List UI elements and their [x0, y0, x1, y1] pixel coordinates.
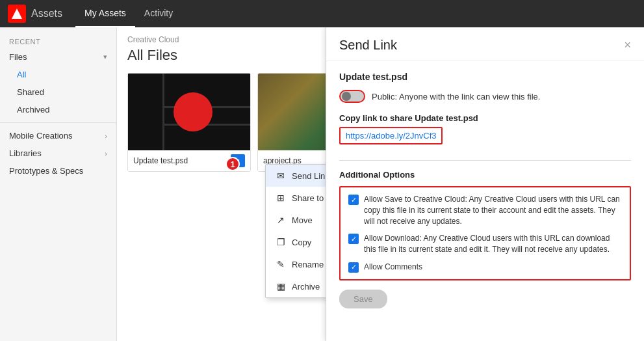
- ctx-archive-label: Archive: [292, 282, 320, 292]
- option-row-allow-download: ✓ Allow Download: Any Creative Cloud use…: [348, 233, 622, 255]
- chevron-right-icon-2: ›: [105, 150, 107, 157]
- toggle-label: Public: Anyone with the link can view th…: [372, 92, 540, 102]
- archive-icon: ▦: [275, 280, 287, 292]
- sidebar-all-label: All: [17, 70, 26, 79]
- copy-icon: ❐: [275, 236, 287, 248]
- allow-download-checkbox[interactable]: ✓: [348, 234, 359, 244]
- thumb-left-bar: [128, 74, 164, 150]
- thumb-art-1: [128, 74, 250, 150]
- sidebar-divider: [0, 122, 116, 123]
- sidebar-item-mobile-creations[interactable]: Mobile Creations ›: [0, 127, 116, 144]
- panel-subtitle: Update test.psd: [339, 72, 631, 82]
- file-card-1[interactable]: Update test.psd 1 ▾: [127, 73, 251, 172]
- adobe-logo: [8, 5, 26, 23]
- additional-options-label: Additional Options: [339, 170, 631, 180]
- panel-title: Send Link: [339, 38, 397, 53]
- main-area: Recent Files ▾ All Shared Archived Mobil…: [0, 27, 644, 341]
- libraries-label: Libraries: [9, 148, 42, 158]
- sidebar: Recent Files ▾ All Shared Archived Mobil…: [0, 27, 117, 341]
- nav-tabs: My Assets Activity: [75, 0, 182, 27]
- copy-link-url[interactable]: https://adobe.ly/2JnvCf3: [339, 127, 443, 144]
- send-link-icon: ✉: [275, 170, 287, 182]
- tab-activity[interactable]: Activity: [135, 0, 182, 27]
- tab-my-assets[interactable]: My Assets: [75, 0, 135, 27]
- thumb-red-circle: [174, 92, 213, 131]
- sidebar-item-libraries[interactable]: Libraries ›: [0, 144, 116, 162]
- toggle-row: Public: Anyone with the link can view th…: [339, 90, 631, 103]
- chevron-right-icon: ›: [105, 132, 107, 140]
- ctx-send-link-label: Send Link: [292, 171, 329, 181]
- toggle-knob: [342, 92, 351, 101]
- options-box: ✓ Allow Save to Creative Cloud: Any Crea…: [339, 186, 631, 280]
- top-nav: Assets My Assets Activity: [0, 0, 644, 27]
- sidebar-archived-label: Archived: [17, 105, 50, 115]
- allow-comments-checkbox[interactable]: ✓: [348, 262, 359, 273]
- move-icon: ↗: [275, 214, 287, 226]
- rename-icon: ✎: [275, 258, 287, 270]
- file-thumb-1: [128, 74, 250, 150]
- sidebar-shared-label: Shared: [17, 87, 44, 97]
- public-toggle[interactable]: [339, 90, 365, 103]
- app-title: Assets: [31, 8, 62, 20]
- ctx-copy-label: Copy: [292, 238, 311, 247]
- mobile-creations-label: Mobile Creations: [9, 131, 73, 141]
- panel-header: Send Link ×: [326, 27, 644, 61]
- ctx-rename-label: Rename: [292, 260, 324, 269]
- copy-link-label: Copy link to share Update test.psd: [339, 113, 631, 123]
- sidebar-item-prototypes-specs[interactable]: Prototypes & Specs: [0, 162, 116, 180]
- allow-comments-text: Allow Comments: [364, 262, 422, 273]
- prototypes-specs-label: Prototypes & Specs: [9, 166, 83, 176]
- allow-save-text: Allow Save to Creative Cloud: Any Creati…: [364, 194, 622, 226]
- send-link-panel: Send Link × Update test.psd Public: Anyo…: [326, 27, 644, 341]
- ctx-move-label: Move: [292, 215, 313, 225]
- panel-close-button[interactable]: ×: [624, 38, 631, 52]
- badge-circle-1: 1: [225, 157, 240, 171]
- file-menu-container-1: 1 ▾: [231, 154, 245, 167]
- sidebar-item-shared[interactable]: Shared: [0, 83, 116, 101]
- sidebar-item-archived[interactable]: Archived: [0, 101, 116, 118]
- allow-download-text: Allow Download: Any Creative Cloud users…: [364, 233, 622, 255]
- sidebar-item-files[interactable]: Files ▾: [0, 48, 116, 66]
- option-row-allow-comments: ✓ Allow Comments: [348, 262, 622, 273]
- file-browser: Creative Cloud All Files Update test.psd: [117, 27, 644, 341]
- chevron-down-icon: ▾: [103, 53, 107, 61]
- sidebar-recent-label: Recent: [0, 35, 116, 48]
- share-slack-icon: ⊞: [275, 192, 287, 204]
- sidebar-item-all[interactable]: All: [0, 66, 116, 83]
- file-label-1: Update test.psd 1 ▾: [128, 150, 250, 171]
- allow-save-checkbox[interactable]: ✓: [348, 195, 359, 205]
- save-button[interactable]: Save: [339, 290, 387, 308]
- panel-body: Update test.psd Public: Anyone with the …: [326, 61, 644, 319]
- panel-divider: [339, 160, 631, 161]
- sidebar-files-label: Files: [9, 52, 27, 62]
- svg-marker-0: [12, 8, 22, 19]
- file-name-1: Update test.psd: [133, 156, 188, 165]
- option-row-allow-save: ✓ Allow Save to Creative Cloud: Any Crea…: [348, 194, 622, 226]
